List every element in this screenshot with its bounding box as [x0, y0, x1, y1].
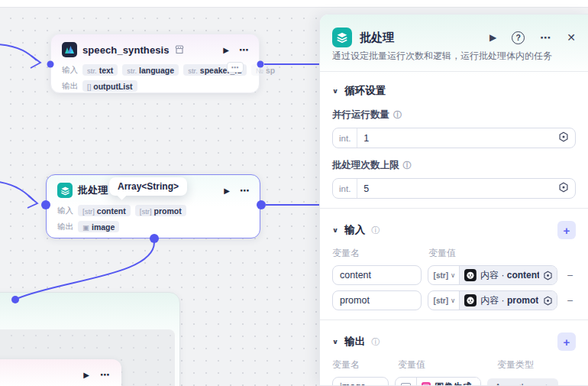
run-icon[interactable]: ▶	[489, 32, 496, 43]
batch-icon	[332, 28, 352, 47]
var-name-field[interactable]	[332, 290, 422, 310]
var-name-input[interactable]	[333, 378, 388, 386]
info-icon[interactable]: ⓘ	[371, 225, 380, 236]
settings-hex-icon[interactable]	[558, 131, 569, 145]
input-tag-promot[interactable]: [str]promot	[135, 205, 186, 216]
inputs-label: 输入	[57, 206, 73, 216]
help-icon[interactable]: ?	[512, 31, 525, 44]
var-name-input[interactable]	[333, 291, 421, 310]
type-tooltip: Array<String>	[109, 177, 187, 196]
workflow-editor: ▶ ⋯ speech_synthesis ▶ ⋯	[0, 0, 588, 386]
var-name-input[interactable]	[333, 266, 421, 284]
content-node-icon	[464, 294, 477, 307]
output-row-image: 图像生成 · d·· Array<Image> −	[332, 377, 576, 386]
store-icon	[175, 45, 184, 54]
toolbar-edge	[0, 0, 588, 8]
play-icon[interactable]: ▶	[83, 371, 89, 379]
close-icon[interactable]: ✕	[567, 31, 576, 44]
input-tag-language[interactable]: str.language	[122, 64, 179, 76]
output-column-headers: 变量名 变量值 变量类型	[332, 358, 576, 371]
content-node-icon	[464, 269, 477, 281]
input-tag-text[interactable]: str.text	[82, 64, 118, 76]
var-name-field[interactable]	[332, 265, 422, 285]
input-row-promot: [str] ∨ 内容 · promot	[332, 290, 576, 310]
var-name-field[interactable]	[332, 377, 389, 386]
batch-limit-input[interactable]	[357, 183, 555, 194]
info-icon[interactable]: ⓘ	[371, 336, 380, 348]
batch-config-panel: 批处理 ▶ ? ⋯ ✕ 通过设定批量运行次数和逻辑，运行批处理体内的任务 ∨ 循…	[319, 14, 588, 386]
section-outputs[interactable]: ∨ 输出 ⓘ +	[332, 332, 576, 351]
var-value-field[interactable]: 图像生成 · d··	[395, 377, 481, 386]
speech-synthesis-icon	[62, 42, 77, 57]
divider	[320, 208, 588, 209]
parallel-count-field[interactable]: int.	[332, 128, 576, 148]
image-type-icon	[396, 378, 416, 386]
inner-node[interactable]: ▶ ⋯	[0, 359, 121, 386]
more-icon[interactable]: ⋯	[240, 185, 250, 196]
info-icon[interactable]: ⓘ	[403, 160, 412, 171]
settings-hex-icon[interactable]	[543, 271, 553, 281]
output-tag-outputlist[interactable]: []outputList	[82, 80, 137, 92]
info-icon[interactable]: ⓘ	[393, 109, 402, 121]
section-loop-settings[interactable]: ∨ 循环设置	[332, 84, 576, 98]
divider	[320, 320, 588, 320]
section-inputs[interactable]: ∨ 输入 ⓘ +	[332, 221, 576, 239]
dropdown-caret-icon[interactable]: ∨	[451, 271, 459, 279]
node-speech-synthesis[interactable]: speech_synthesis ▶ ⋯ 输入 str.text str.lan…	[50, 34, 260, 93]
remove-row-button[interactable]: −	[564, 294, 576, 307]
var-type-badge: Array<Image>	[487, 378, 558, 386]
outputs-label: 输出	[57, 222, 73, 232]
inputs-label: 输入	[62, 65, 78, 76]
more-icon[interactable]: ⋯	[239, 44, 250, 56]
type-prefix: int.	[333, 128, 357, 148]
remove-row-button[interactable]: −	[564, 269, 576, 281]
input-row-content: [str] ∨ 内容 · content	[332, 265, 576, 285]
chevron-down-icon[interactable]: ∨	[332, 88, 338, 95]
panel-description: 通过设定批量运行次数和逻辑，运行批处理体内的任务	[332, 50, 576, 62]
dropdown-caret-icon[interactable]: ∨	[451, 297, 459, 304]
outputs-label: 输出	[62, 81, 78, 92]
node-title: 批处理	[78, 183, 108, 197]
parallel-count-label: 并行运行数量 ⓘ	[332, 109, 576, 122]
chevron-down-icon[interactable]: ∨	[332, 227, 338, 234]
more-icon[interactable]: ⋯	[540, 31, 551, 44]
add-output-button[interactable]: +	[557, 332, 576, 351]
overflow-chip[interactable]: ⋯	[227, 62, 244, 73]
settings-hex-icon[interactable]	[543, 296, 553, 306]
batch-limit-field[interactable]: int.	[332, 178, 576, 199]
type-prefix: int.	[333, 179, 357, 198]
var-value-field[interactable]: [str] ∨ 内容 · promot	[428, 290, 558, 310]
input-tag-content[interactable]: [str]content	[78, 205, 131, 216]
parallel-count-input[interactable]	[357, 133, 555, 144]
input-tag-faded[interactable]: №sp	[251, 64, 279, 76]
panel-title: 批处理	[360, 31, 394, 45]
add-input-button[interactable]: +	[557, 221, 576, 239]
batch-icon	[57, 183, 73, 198]
divider	[320, 71, 588, 72]
input-column-headers: 变量名 变量值	[332, 247, 576, 260]
settings-hex-icon[interactable]	[558, 182, 569, 196]
var-value-field[interactable]: [str] ∨ 内容 · content	[428, 265, 558, 285]
batch-limit-label: 批处理次数上限 ⓘ	[332, 159, 576, 172]
more-icon[interactable]: ⋯	[100, 369, 111, 381]
remove-row-button[interactable]: −	[564, 381, 576, 386]
output-tag-image[interactable]: ▣image	[78, 221, 119, 232]
chevron-down-icon[interactable]: ∨	[332, 339, 338, 345]
image-generation-node-icon	[422, 381, 431, 386]
node-title: speech_synthesis	[82, 44, 170, 56]
play-icon[interactable]: ▶	[223, 46, 229, 54]
play-icon[interactable]: ▶	[224, 187, 230, 195]
